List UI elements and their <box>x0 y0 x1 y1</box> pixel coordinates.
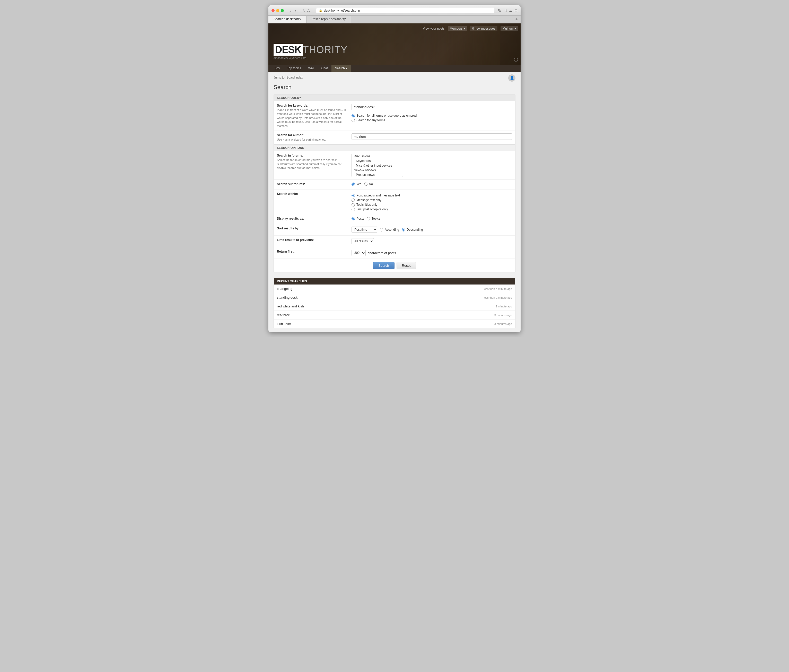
limit-label-col: Limit results to previous: <box>277 238 351 243</box>
within-first-post[interactable]: First post of topics only <box>351 208 512 211</box>
within-first-post-label: First post of topics only <box>356 208 388 211</box>
display-results-row: Display results as: Posts Topics <box>274 214 515 224</box>
sort-ascending-radio[interactable] <box>380 228 383 232</box>
nav-top-topics[interactable]: Top topics <box>284 65 305 72</box>
view-posts-link[interactable]: View your posts <box>423 27 445 30</box>
user-menu-button[interactable]: Muirium ▾ <box>500 26 518 31</box>
display-topics-radio[interactable] <box>367 217 370 221</box>
all-terms-radio[interactable] <box>351 114 355 117</box>
within-message-text-radio[interactable] <box>351 198 355 202</box>
within-post-subjects-label: Post subjects and message text <box>356 194 400 197</box>
forum-option-discussions[interactable]: Discussions <box>352 154 403 158</box>
maximize-button[interactable] <box>281 9 284 12</box>
author-input[interactable] <box>351 133 512 140</box>
display-radio-group: Posts Topics <box>351 217 512 221</box>
font-buttons: A A <box>302 8 311 13</box>
within-message-text-label: Message text only <box>356 198 382 202</box>
author-hint: Use * as a wildcard for partial matches. <box>277 138 348 142</box>
within-post-subjects-radio[interactable] <box>351 194 355 197</box>
subforums-no-option[interactable]: No <box>364 182 373 186</box>
sort-by-select[interactable]: Post time Post subject Author Forum <box>351 227 377 233</box>
reset-button[interactable]: Reset <box>396 262 416 269</box>
sidebar-button[interactable]: ⊡ <box>514 8 517 13</box>
forward-button[interactable]: › <box>293 8 298 13</box>
breadcrumb-board-index[interactable]: Board index <box>286 76 303 79</box>
display-topics-option[interactable]: Topics <box>367 217 380 221</box>
limit-select[interactable]: All results 1 day 7 days 2 weeks 1 month… <box>351 238 374 244</box>
sort-ascending-option[interactable]: Ascending <box>380 228 399 232</box>
display-label: Display results as: <box>277 217 348 221</box>
subforums-control-col: Yes No <box>351 182 512 186</box>
keywords-row: Search for keywords: Place + in front of… <box>274 101 515 131</box>
search-within-label: Search within: <box>277 192 348 196</box>
display-posts-option[interactable]: Posts <box>351 217 364 221</box>
search-within-control-col: Post subjects and message text Message t… <box>351 192 512 211</box>
forums-select[interactable]: Discussions Keyboards Mice & other input… <box>351 154 403 177</box>
sort-controls: Post time Post subject Author Forum Asce… <box>351 227 512 233</box>
keywords-input[interactable] <box>351 104 512 110</box>
keywords-control-col: Search for all terms or use query as ent… <box>351 104 512 122</box>
all-terms-option[interactable]: Search for all terms or use query as ent… <box>351 114 512 117</box>
subforums-yes-option[interactable]: Yes <box>351 182 361 186</box>
recent-search-5[interactable]: kishsaver 3 minutes ago <box>274 320 515 328</box>
within-message-text[interactable]: Message text only <box>351 198 512 202</box>
nav-search[interactable]: Search ▾ <box>331 65 351 72</box>
display-posts-radio[interactable] <box>351 217 355 221</box>
close-button[interactable] <box>272 9 275 12</box>
minimize-button[interactable] <box>276 9 279 12</box>
forum-option-mice[interactable]: Mice & other input devices <box>352 163 403 168</box>
forum-option-keyboards[interactable]: Keyboards <box>352 158 403 163</box>
recent-search-time-4: 3 minutes ago <box>494 314 512 317</box>
return-first-row: Return first: 300 200 400 characters of … <box>274 247 515 259</box>
nav-wiki[interactable]: Wiki <box>305 65 318 72</box>
breadcrumb: Jump to: Board index <box>273 76 303 79</box>
recent-search-3[interactable]: red white and kish 1 minute ago <box>274 302 515 311</box>
user-avatar: 👤 <box>508 74 516 82</box>
font-large-button[interactable]: A <box>306 8 311 13</box>
back-button[interactable]: ‹ <box>288 8 292 13</box>
within-topic-titles[interactable]: Topic titles only <box>351 203 512 206</box>
sort-descending-option[interactable]: Descending <box>402 228 423 232</box>
within-topic-titles-radio[interactable] <box>351 203 355 206</box>
recent-search-4[interactable]: realforce 3 minutes ago <box>274 311 515 320</box>
keywords-label: Search for keywords: <box>277 104 348 107</box>
subforums-yes-radio[interactable] <box>351 182 355 186</box>
all-terms-label: Search for all terms or use query as ent… <box>356 114 417 117</box>
info-button[interactable]: ℹ <box>505 8 507 13</box>
author-control-col <box>351 133 512 140</box>
nav-chat[interactable]: Chat <box>318 65 331 72</box>
browser-titlebar: ‹ › A A 🔒 deskthority.net/search.php ↻ ℹ… <box>268 5 521 16</box>
reload-button[interactable]: ↻ <box>498 8 501 13</box>
cloud-button[interactable]: ☁ <box>509 8 513 13</box>
forum-option-news[interactable]: News & reviews <box>352 168 403 173</box>
sort-results-row: Sort results by: Post time Post subject … <box>274 224 515 235</box>
search-within-label-col: Search within: <box>277 192 351 197</box>
sort-descending-radio[interactable] <box>402 228 405 232</box>
recent-search-time-3: 1 minute ago <box>496 305 512 308</box>
members-button[interactable]: Members ▾ <box>448 26 467 31</box>
recent-searches-section: RECENT SEARCHES changelog less than a mi… <box>273 278 516 328</box>
new-tab-button[interactable]: + <box>513 16 521 23</box>
within-first-post-radio[interactable] <box>351 208 355 211</box>
tab-bar: Search • deskthority Post a reply • desk… <box>268 16 521 24</box>
tab-post-reply[interactable]: Post a reply • deskthority <box>307 16 351 23</box>
nav-spy[interactable]: Spy <box>271 65 284 72</box>
address-bar[interactable]: 🔒 deskthority.net/search.php <box>316 8 494 13</box>
search-button[interactable]: Search <box>373 262 394 269</box>
sort-ascending-label: Ascending <box>385 228 399 232</box>
forum-option-product-news[interactable]: Product news <box>352 173 403 177</box>
site-nav: Spy Top topics Wiki Chat Search ▾ <box>268 65 521 72</box>
return-chars-select[interactable]: 300 200 400 <box>351 250 366 256</box>
within-post-subjects[interactable]: Post subjects and message text <box>351 194 512 197</box>
subforums-no-radio[interactable] <box>364 182 367 186</box>
search-within-row: Search within: Post subjects and message… <box>274 189 515 214</box>
any-terms-option[interactable]: Search for any terms <box>351 118 512 122</box>
any-terms-radio[interactable] <box>351 119 355 122</box>
font-small-button[interactable]: A <box>302 8 305 13</box>
recent-search-2[interactable]: standing desk less than a minute ago <box>274 293 515 302</box>
recent-search-1[interactable]: changelog less than a minute ago <box>274 285 515 293</box>
header-info-icon[interactable]: ⓘ <box>514 57 518 62</box>
traffic-lights <box>272 9 284 12</box>
recent-search-term-3: red white and kish <box>277 304 304 308</box>
tab-search[interactable]: Search • deskthority <box>268 16 307 23</box>
